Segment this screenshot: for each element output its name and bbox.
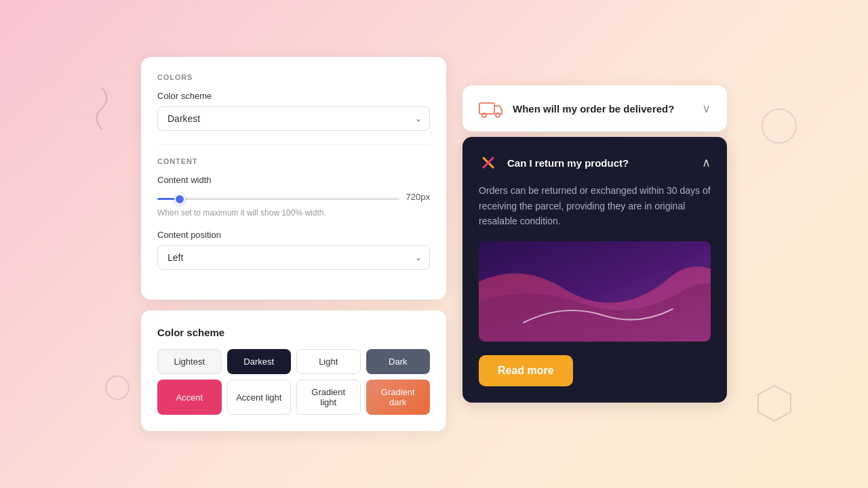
content-section: CONTENT Content width 720px When set to … [157,157,430,270]
right-column: When will my order be delivered? ∨ Can I… [462,85,727,402]
content-width-row: 720px [157,190,430,203]
scheme-light-button[interactable]: Light [296,349,361,374]
svg-rect-2 [479,103,494,114]
scheme-gradient-dark-button[interactable]: Gradient dark [366,380,431,415]
content-width-label: Content width [157,175,430,185]
x-mark-icon [479,153,498,172]
colors-section-label: COLORS [157,73,430,81]
content-width-value: 720px [406,192,430,202]
scheme-gradient-light-button[interactable]: Gradient light [296,380,361,415]
product-image [479,241,711,342]
content-position-select[interactable]: Left [157,245,430,270]
svg-point-3 [482,113,486,117]
read-more-button[interactable]: Read more [479,355,573,386]
faq-return-panel: Can I return my product? ∧ Orders can be… [462,137,727,402]
color-scheme-select[interactable]: Darkest [157,106,430,131]
content-position-select-wrapper: Left ⌄ [157,245,430,270]
scheme-accent-button[interactable]: Accent [157,380,222,415]
colors-section: COLORS Color scheme Darkest ⌄ [157,73,430,131]
color-scheme-picker-panel: Color scheme Lightest Darkest Light Dark… [141,310,446,431]
left-column: COLORS Color scheme Darkest ⌄ CONTENT Co… [141,57,446,431]
content-position-label: Content position [157,230,430,240]
faq-return-header: Can I return my product? ∧ [479,153,711,172]
color-scheme-picker-title: Color scheme [157,327,430,338]
faq-return-chevron-icon[interactable]: ∧ [702,155,711,170]
content-width-slider[interactable] [157,198,399,200]
color-scheme-select-wrapper: Darkest ⌄ [157,106,430,131]
section-divider [157,144,430,145]
delivery-truck-icon [479,99,503,118]
content-section-label: CONTENT [157,157,430,165]
main-layout: COLORS Color scheme Darkest ⌄ CONTENT Co… [0,0,868,488]
svg-point-4 [496,113,500,117]
settings-panel: COLORS Color scheme Darkest ⌄ CONTENT Co… [141,57,446,300]
scheme-lightest-button[interactable]: Lightest [157,349,222,374]
faq-delivery-question-row: When will my order be delivered? [479,99,674,118]
faq-delivery-panel[interactable]: When will my order be delivered? ∨ [462,85,727,131]
faq-delivery-chevron-icon: ∨ [702,101,711,116]
content-width-hint: When set to maximum it will show 100% wi… [157,207,430,219]
content-width-slider-container [157,190,399,203]
faq-return-question: Can I return my product? [507,157,629,169]
scheme-accent-light-button[interactable]: Accent light [227,380,292,415]
scheme-dark-button[interactable]: Dark [366,349,431,374]
faq-return-question-row: Can I return my product? [479,153,629,172]
faq-return-answer: Orders can be returned or exchanged with… [479,183,711,228]
product-wave-svg [479,241,711,342]
color-scheme-grid: Lightest Darkest Light Dark Accent Accen… [157,349,430,415]
color-scheme-field-label: Color scheme [157,91,430,101]
scheme-darkest-button[interactable]: Darkest [227,349,292,374]
faq-delivery-question: When will my order be delivered? [513,103,674,115]
